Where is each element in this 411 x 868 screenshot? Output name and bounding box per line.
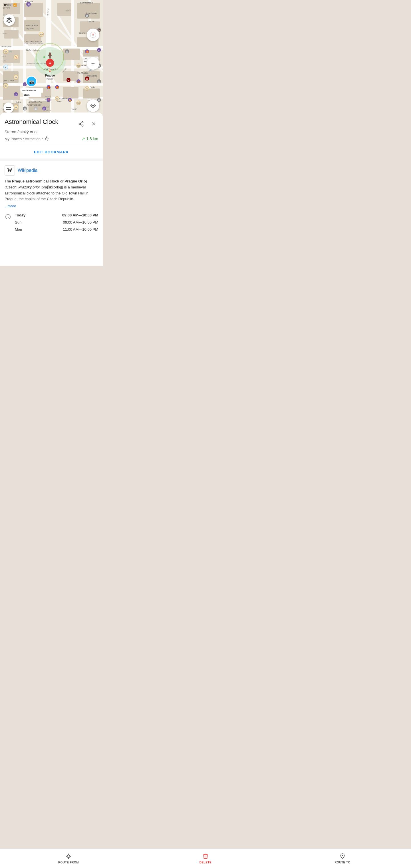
svg-rect-5 [0, 97, 103, 99]
svg-rect-36 [29, 87, 51, 98]
svg-point-99 [3, 65, 8, 69]
my-location-button[interactable] [87, 99, 99, 112]
svg-rect-26 [3, 50, 20, 63]
svg-text:At the Red Fox: At the Red Fox [29, 101, 42, 103]
svg-marker-160 [48, 52, 52, 56]
header-actions [76, 119, 98, 128]
svg-text:★: ★ [49, 61, 52, 65]
place-subtitle: Staroměstský orloj [0, 128, 103, 134]
svg-point-117 [85, 14, 89, 18]
svg-point-15 [43, 56, 45, 58]
wikipedia-section: W Wikipedia The Prague astronomical cloc… [0, 161, 103, 209]
wikipedia-link[interactable]: Wikipedia [18, 168, 37, 173]
svg-text:⊕: ⊕ [5, 66, 6, 69]
hours-section: Today 09:00 AM—10:00 PM Sun 09:00 AM—10:… [0, 209, 103, 243]
map-view[interactable]: Pařížská Staroměstské náměstí Staroměsts… [0, 0, 103, 117]
svg-rect-2 [0, 46, 103, 50]
close-button[interactable] [89, 119, 98, 128]
svg-point-189 [82, 122, 83, 123]
svg-point-196 [46, 137, 48, 137]
svg-rect-16 [3, 3, 20, 14]
share-button[interactable] [76, 119, 86, 128]
svg-marker-171 [49, 71, 51, 72]
svg-text:sochy: sochy [3, 83, 8, 85]
svg-text:Staroměstské Náměstí: Staroměstské Náměstí [27, 63, 48, 65]
sun-label: Sun [15, 220, 22, 224]
svg-text:🏛: 🏛 [86, 78, 88, 80]
svg-rect-1 [46, 0, 51, 117]
svg-text:🧺: 🧺 [69, 99, 72, 102]
svg-point-137 [66, 78, 70, 82]
hours-today-row: Today 09:00 AM—10:00 PM [15, 213, 98, 217]
svg-text:🍽: 🍽 [5, 51, 7, 53]
svg-text:Dům U Zlaté: Dům U Zlaté [3, 80, 14, 82]
svg-point-95 [3, 49, 8, 54]
svg-rect-20 [24, 20, 40, 31]
svg-rect-7 [71, 0, 74, 117]
svg-point-93 [39, 32, 44, 36]
svg-text:🍽: 🍽 [56, 98, 58, 100]
svg-point-97 [14, 55, 18, 59]
svg-rect-34 [63, 87, 78, 98]
svg-text:Via Musica: Via Musica [87, 75, 97, 77]
wiki-text-3: (Czech: [5, 185, 18, 189]
svg-point-158 [36, 43, 64, 71]
wiki-header: W Wikipedia [5, 165, 98, 176]
wikipedia-logo-char: W [7, 167, 12, 174]
svg-point-14 [34, 47, 66, 76]
svg-text:1101: 1101 [1, 60, 6, 62]
wiki-bold-1: Prague astronomical clock [12, 179, 59, 183]
svg-text:U Červené lišky: U Červené lišky [27, 104, 42, 106]
svg-point-125 [97, 80, 101, 83]
svg-text:🎁: 🎁 [86, 50, 89, 53]
svg-point-147 [46, 85, 51, 89]
wiki-bold-2: Prague Orloj [64, 179, 87, 183]
svg-point-111 [42, 106, 46, 111]
svg-rect-32 [63, 71, 78, 82]
svg-text:🏛: 🏛 [86, 14, 88, 18]
svg-rect-27 [3, 71, 19, 83]
svg-rect-6 [23, 0, 26, 117]
svg-rect-4 [0, 83, 103, 86]
clock-icon [5, 213, 11, 220]
svg-point-145 [55, 85, 59, 89]
compass-button[interactable] [87, 29, 99, 41]
svg-point-191 [82, 125, 83, 126]
signal-icon: 📶 [13, 3, 17, 6]
svg-point-149 [23, 82, 27, 86]
svg-text:Square: Square [26, 27, 34, 30]
layers-button[interactable] [3, 14, 15, 26]
svg-text:Pařížská: Pařížská [47, 8, 49, 16]
svg-text:🎁: 🎁 [56, 86, 59, 89]
svg-point-151 [23, 106, 27, 111]
svg-rect-30 [63, 49, 80, 60]
svg-rect-22 [57, 3, 71, 16]
svg-point-121 [97, 48, 101, 52]
zoom-in-button[interactable]: + [87, 57, 99, 70]
svg-text:Franz Kafka: Franz Kafka [26, 24, 38, 27]
svg-rect-19 [24, 3, 43, 17]
hours-content: Today 09:00 AM—10:00 PM Sun 09:00 AM—10:… [15, 213, 98, 235]
svg-text:934/2: 934/2 [66, 10, 71, 12]
edit-bookmark-button[interactable]: EDIT BOOKMARK [0, 145, 103, 158]
svg-text:Pizza in Piazza: Pizza in Piazza [26, 40, 42, 43]
svg-text:🍽: 🍽 [15, 76, 17, 79]
more-link[interactable]: ...more [5, 204, 16, 208]
svg-text:480/9: 480/9 [46, 110, 51, 112]
svg-point-155 [46, 98, 51, 102]
svg-text:Buffet Italiano: Buffet Italiano [26, 49, 40, 52]
svg-rect-159 [49, 53, 51, 59]
wikipedia-logo: W [5, 165, 15, 176]
svg-text:⊡: ⊡ [15, 93, 17, 96]
edit-bookmark-label: EDIT BOOKMARK [34, 150, 69, 154]
svg-point-107 [14, 105, 18, 110]
svg-text:🍽: 🍽 [86, 88, 88, 90]
svg-point-168 [46, 59, 54, 67]
menu-button[interactable] [3, 102, 14, 113]
wiki-text-1: The [5, 179, 12, 183]
svg-point-143 [76, 101, 81, 105]
svg-rect-187 [6, 107, 11, 108]
svg-text:Via Musica: Via Musica [77, 72, 89, 74]
svg-rect-23 [77, 3, 100, 19]
svg-point-101 [14, 75, 18, 80]
